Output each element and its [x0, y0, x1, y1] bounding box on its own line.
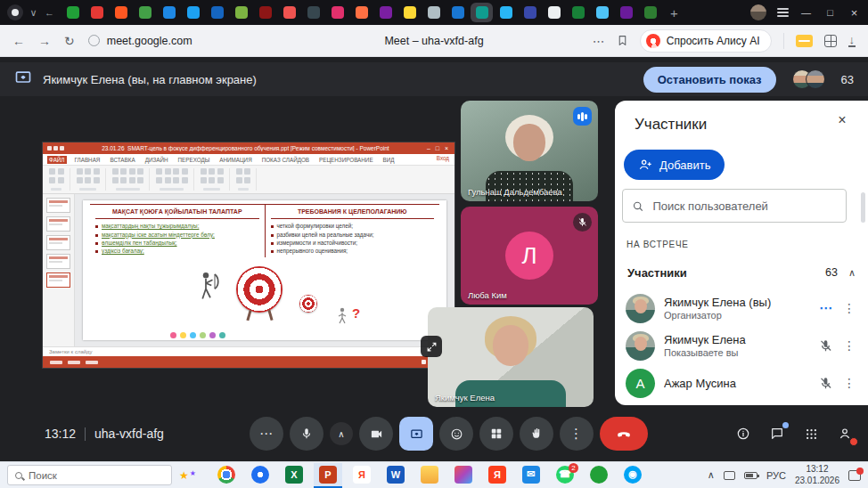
- search-input[interactable]: [652, 199, 837, 213]
- notifications-icon[interactable]: [848, 470, 861, 481]
- taskbar-app[interactable]: Я: [348, 463, 376, 488]
- participants-group-row[interactable]: Участники 63 ∧: [620, 257, 863, 288]
- chat-button[interactable]: [766, 423, 788, 444]
- browser-tab[interactable]: [326, 3, 348, 22]
- browser-tab[interactable]: [350, 3, 373, 22]
- browser-tab[interactable]: [567, 3, 589, 22]
- downloads-icon[interactable]: ↓: [848, 34, 856, 47]
- participant-row[interactable]: Якимчук Елена Показываете вы: [615, 327, 868, 364]
- more-options-icon[interactable]: [843, 301, 856, 315]
- browser-tab[interactable]: [86, 3, 108, 22]
- taskbar-app[interactable]: ◉: [618, 463, 647, 488]
- taskbar-app[interactable]: W: [381, 463, 410, 488]
- browser-tab[interactable]: [398, 3, 421, 22]
- taskbar-app[interactable]: [246, 463, 274, 488]
- browser-tab[interactable]: [543, 3, 565, 22]
- browser-tab[interactable]: [206, 3, 228, 22]
- present-button[interactable]: [399, 417, 433, 451]
- battery-icon[interactable]: [744, 472, 757, 479]
- browser-tab[interactable]: [61, 3, 84, 22]
- browser-tab[interactable]: [278, 3, 300, 22]
- browser-tab[interactable]: [302, 3, 324, 22]
- video-tile-yakimchuk[interactable]: Якимчук Елена: [428, 307, 594, 407]
- leave-call-button[interactable]: [600, 417, 648, 451]
- camera-button[interactable]: [359, 417, 393, 451]
- ask-alice-button[interactable]: Спросить Алису AI: [640, 29, 772, 53]
- alice-sparkles-icon[interactable]: ★★: [179, 469, 196, 482]
- url-text[interactable]: meet.google.com: [107, 35, 192, 47]
- browser-tab[interactable]: [134, 3, 156, 22]
- video-tile-lyuba[interactable]: Л Люба Ким: [461, 207, 598, 305]
- video-tile-gulnash[interactable]: Гульнаш Дальдембаева: [461, 101, 598, 201]
- site-info-icon[interactable]: [88, 35, 100, 46]
- maximize-button[interactable]: □: [823, 7, 837, 18]
- taskbar-app[interactable]: ✉: [517, 463, 545, 488]
- browser-tab[interactable]: [422, 3, 445, 22]
- participant-row[interactable]: А Ажар Мусина: [615, 364, 868, 402]
- taskbar-app[interactable]: Я: [483, 463, 512, 488]
- browser-tab[interactable]: [519, 3, 541, 22]
- stop-presenting-button[interactable]: Остановить показ: [643, 67, 776, 93]
- collapse-chevron-icon[interactable]: ∧: [848, 267, 856, 279]
- browser-tab[interactable]: [230, 3, 252, 22]
- more-audio-options-button[interactable]: ⋯: [250, 417, 283, 451]
- minimize-button[interactable]: —: [799, 7, 813, 18]
- wallet-icon[interactable]: [796, 35, 813, 47]
- taskbar-app[interactable]: [415, 463, 444, 488]
- browser-tab[interactable]: [374, 3, 397, 22]
- address-field[interactable]: meet.google.com: [88, 35, 192, 47]
- add-user-button[interactable]: Добавить: [624, 150, 725, 180]
- more-options-icon[interactable]: [843, 376, 856, 390]
- extensions-menu-icon[interactable]: ⋯: [593, 34, 605, 48]
- participant-row[interactable]: Якимчук Елена (вы) Организатор ⋯: [615, 289, 868, 327]
- tray-expand-chevron[interactable]: ∧: [708, 469, 715, 481]
- taskbar-app[interactable]: [585, 463, 613, 488]
- browser-tab[interactable]: [615, 3, 637, 22]
- browser-tab[interactable]: [639, 3, 661, 22]
- close-button[interactable]: ×: [848, 6, 861, 20]
- tray-clock[interactable]: 13:12 23.01.2026: [795, 464, 839, 486]
- forward-icon[interactable]: →: [38, 34, 51, 48]
- profile-avatar[interactable]: [750, 4, 766, 20]
- language-indicator[interactable]: РУС: [766, 470, 786, 481]
- bookmark-icon[interactable]: [617, 35, 628, 46]
- screen-share-tile[interactable]: 23.01.26_SMART-цель в фокусе дифференцир…: [43, 142, 454, 368]
- browser-tab[interactable]: [591, 3, 613, 22]
- taskbar-app[interactable]: [212, 463, 241, 488]
- more-options-button[interactable]: ⋮: [560, 417, 594, 451]
- participant-avatars[interactable]: [792, 69, 825, 89]
- back-icon[interactable]: ←: [12, 34, 25, 48]
- tab-scroll-back-icon[interactable]: ←: [44, 7, 55, 18]
- meeting-details-button[interactable]: [733, 423, 754, 444]
- reactions-button[interactable]: [439, 417, 473, 451]
- browser-tab[interactable]: [471, 3, 493, 22]
- browser-tab[interactable]: [254, 3, 276, 22]
- camera-options-chevron[interactable]: ∧: [330, 422, 353, 445]
- tab-list-chevron-icon[interactable]: ∨: [28, 7, 39, 19]
- panel-scrollbar[interactable]: [861, 192, 865, 223]
- taskbar-app[interactable]: [449, 463, 478, 488]
- display-icon[interactable]: [724, 471, 735, 480]
- layout-button[interactable]: [479, 417, 513, 451]
- taskbar-search[interactable]: [7, 465, 172, 485]
- more-options-icon[interactable]: [843, 338, 856, 353]
- taskbar-app[interactable]: X: [280, 463, 308, 488]
- microphone-button[interactable]: [290, 417, 323, 451]
- browser-tab[interactable]: [446, 3, 469, 22]
- close-panel-icon[interactable]: ×: [832, 112, 852, 128]
- browser-tab[interactable]: [110, 3, 132, 22]
- activities-button[interactable]: [800, 423, 822, 444]
- browser-tab[interactable]: [158, 3, 180, 22]
- reactions-menu-icon[interactable]: ⋯: [819, 300, 832, 316]
- host-controls-button[interactable]: [834, 423, 856, 444]
- raise-hand-button[interactable]: [520, 417, 553, 451]
- browser-tab[interactable]: [495, 3, 517, 22]
- menu-icon[interactable]: [777, 8, 789, 17]
- new-tab-button[interactable]: +: [670, 5, 678, 20]
- taskbar-search-input[interactable]: [29, 470, 164, 481]
- collections-icon[interactable]: [824, 35, 837, 47]
- browser-logo-icon[interactable]: [7, 4, 23, 20]
- participant-count[interactable]: 63: [841, 73, 854, 86]
- reload-icon[interactable]: ↻: [64, 34, 75, 48]
- taskbar-app[interactable]: P: [314, 463, 342, 488]
